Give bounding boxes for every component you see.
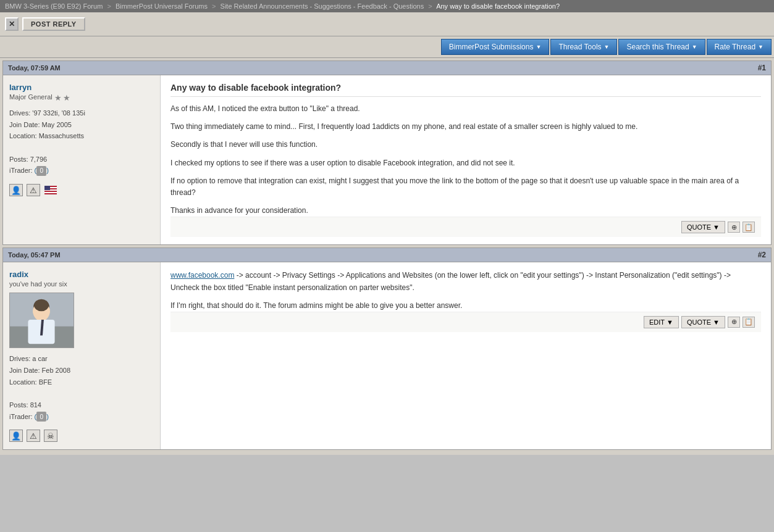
post-1-header: Today, 07:59 AM #1 [3, 61, 771, 75]
post-1-username[interactable]: larryn [9, 83, 32, 92]
thread-nav: BimmerPost Submissions ▼ Thread Tools ▼ … [0, 36, 774, 58]
post-2-details: Drives: a car Join Date: Feb 2008 Locati… [9, 353, 154, 422]
post-1-itrader-link[interactable]: (0) [35, 167, 49, 174]
post-2-quote-button[interactable]: QUOTE ▼ [681, 316, 725, 328]
post-reply-button[interactable]: POST REPLY [22, 17, 85, 31]
post-2-footer: EDIT ▼ QUOTE ▼ ⊕ 📋 [170, 312, 761, 332]
post-1-text: As of this AM, I noticed the extra butto… [170, 103, 761, 217]
post-2-itrader-link[interactable]: (0) [35, 413, 49, 420]
post-2-number: #2 [758, 251, 766, 259]
post-1-title: Any way to disable facebook integration? [170, 83, 761, 97]
dropdown-arrow-2: ▼ [604, 44, 610, 50]
thread-tools-button[interactable]: Thread Tools ▼ [550, 39, 617, 55]
dropdown-arrow-3: ▼ [692, 44, 697, 50]
post-1-footer: QUOTE ▼ ⊕ 📋 [170, 217, 761, 237]
post-1-quote-button[interactable]: QUOTE ▼ [681, 221, 725, 233]
post-2-timestamp: Today, 05:47 PM [8, 251, 61, 259]
post-1-rank: Major General ★ ★ [9, 93, 154, 102]
breadcrumb-current: Any way to disable facebook integration? [436, 2, 560, 10]
breadcrumb-link-3[interactable]: Site Related Announcements - Suggestions… [221, 2, 424, 10]
quote-dropdown-arrow-2: ▼ [713, 318, 720, 326]
post-2: Today, 05:47 PM #2 radix you've had your… [2, 247, 772, 450]
quote-dropdown-arrow: ▼ [713, 223, 720, 231]
post-1-body: larryn Major General ★ ★ Drives: '97 332… [3, 75, 771, 244]
search-thread-label: Search this Thread [626, 43, 689, 51]
bimmerpost-submissions-button[interactable]: BimmerPost Submissions ▼ [441, 39, 550, 55]
bimmerpost-submissions-label: BimmerPost Submissions [449, 43, 534, 51]
svg-rect-3 [44, 192, 57, 193]
post-2-header: Today, 05:47 PM #2 [3, 248, 771, 262]
post-1-details: Drives: '97 332ti, '08 135i Join Date: M… [9, 107, 154, 177]
facebook-link[interactable]: www.facebook.com [170, 271, 234, 280]
svg-point-12 [34, 299, 49, 312]
thread-tools-label: Thread Tools [558, 43, 601, 51]
post-2-text: www.facebook.comwww.facebook.com -> acco… [170, 270, 761, 312]
rate-thread-label: Rate Thread [715, 43, 756, 51]
post-2-report-icon[interactable]: ⚠ [27, 430, 40, 442]
flag-icon [44, 184, 57, 196]
post-1-action-icon-1[interactable]: ⊕ [728, 222, 740, 233]
post-2-view-profile-icon[interactable]: 👤 [9, 430, 23, 442]
post-2-username[interactable]: radix [9, 270, 28, 279]
post-1-content: Any way to disable facebook integration?… [161, 75, 771, 244]
post-2-rank: you've had your six [9, 280, 154, 288]
post-1-number: #1 [758, 64, 766, 72]
post-2-avatar [9, 293, 154, 348]
report-icon[interactable]: ⚠ [27, 184, 40, 196]
view-profile-icon[interactable]: 👤 [9, 184, 23, 196]
post-2-user-info: radix you've had your six [3, 262, 161, 449]
search-thread-button[interactable]: Search this Thread ▼ [618, 39, 705, 55]
dropdown-arrow: ▼ [536, 44, 541, 50]
post-1-action-icon-2[interactable]: 📋 [742, 222, 755, 233]
breadcrumb: BMW 3-Series (E90 E92) Forum > BimmerPos… [0, 0, 774, 12]
post-2-edit-button[interactable]: EDIT ▼ [644, 316, 679, 328]
post-2-skull-icon[interactable]: ☠ [44, 430, 57, 442]
svg-rect-4 [44, 186, 50, 190]
rate-thread-button[interactable]: Rate Thread ▼ [707, 39, 772, 55]
post-1-user-info: larryn Major General ★ ★ Drives: '97 332… [3, 75, 161, 244]
breadcrumb-link-2[interactable]: BimmerPost Universal Forums [116, 2, 208, 10]
post-1-user-actions: 👤 ⚠ [9, 184, 154, 196]
post-2-body: radix you've had your six [3, 262, 771, 449]
post-2-content: www.facebook.comwww.facebook.com -> acco… [161, 262, 771, 449]
breadcrumb-link-1[interactable]: BMW 3-Series (E90 E92) Forum [5, 2, 103, 10]
post-2-action-icon-1[interactable]: ⊕ [728, 317, 740, 328]
edit-dropdown-arrow: ▼ [667, 318, 673, 326]
post-2-user-actions: 👤 ⚠ ☠ [9, 430, 154, 442]
post-1-stars: ★ ★ [54, 93, 70, 102]
post-2-action-icon-2[interactable]: 📋 [742, 317, 755, 328]
post-1-timestamp: Today, 07:59 AM [8, 64, 61, 72]
top-toolbar: ✕ POST REPLY [0, 12, 774, 36]
dropdown-arrow-4: ▼ [758, 44, 763, 50]
post-1: Today, 07:59 AM #1 larryn Major General … [2, 60, 772, 245]
main-content: Today, 07:59 AM #1 larryn Major General … [0, 58, 774, 455]
close-button[interactable]: ✕ [5, 17, 19, 31]
